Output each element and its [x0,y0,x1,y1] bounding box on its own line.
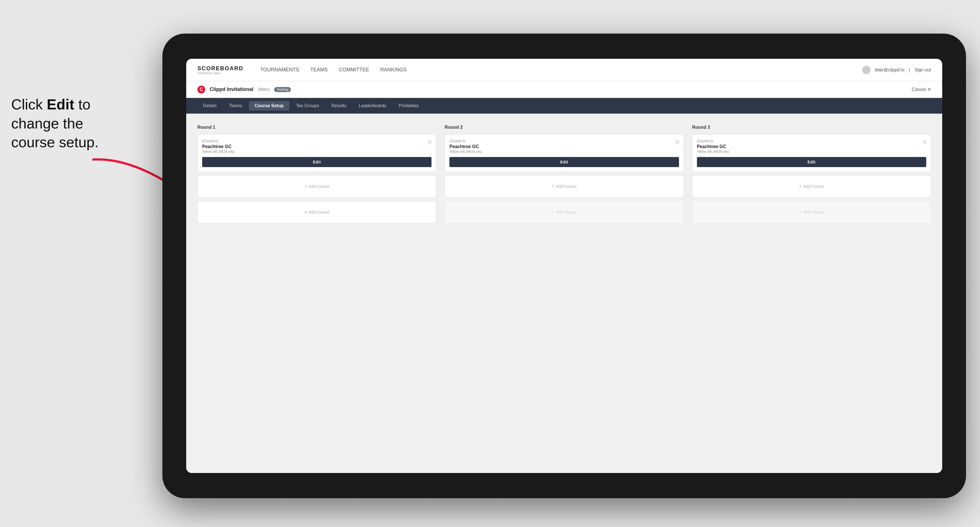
plus-icon-r2-2: + [552,210,554,215]
round-3-column: Round 3 (Course A) Peachtree GC Yellow (… [692,125,931,227]
add-course-r1-2-label: Add Course [309,210,329,214]
logo-area: SCOREBOARD Powered by clippd [197,65,243,75]
plus-icon-r1-2: + [304,210,307,215]
edit-round-3-button[interactable]: Edit [697,157,926,167]
nav-right: blair@clippd.io | Sign out [862,66,931,74]
plus-icon-r3-1: + [799,184,802,189]
tab-leaderboards[interactable]: Leaderboards [353,101,392,111]
logo-sub: Powered by clippd [197,71,243,75]
course-2-details: Yellow (M) (6629 yds) [449,150,482,154]
round-3-add-course-1[interactable]: + Add Course [692,175,931,198]
plus-icon-r1-1: + [304,184,307,189]
user-email: blair@clippd.io [875,67,904,73]
course-1-details: Yellow (M) (6629 yds) [202,150,235,154]
edit-round-1-button[interactable]: Edit [202,157,431,167]
tab-course-setup[interactable]: Course Setup [249,101,289,111]
round-1-title: Round 1 [197,125,436,130]
tab-printables[interactable]: Printables [393,101,424,111]
course-1-label: (Course A) [202,139,235,143]
round-1-add-course-1[interactable]: + Add Course [197,175,436,198]
hosting-badge: Hosting [274,87,291,92]
round-2-course-card: (Course A) Peachtree GC Yellow (M) (6629… [445,134,684,172]
course-3-label: (Course A) [697,139,729,143]
round-2-title: Round 2 [445,125,684,130]
sign-out-link[interactable]: Sign out [915,67,931,73]
round-2-add-course-1[interactable]: + Add Course [445,175,684,198]
round-2-add-course-2: + Add Course [445,201,684,223]
add-course-r3-1-label: Add Course [803,184,824,189]
add-course-r3-2-label: Add Course [803,210,824,214]
tablet-frame: SCOREBOARD Powered by clippd TOURNAMENTS… [162,33,966,498]
nav-committee[interactable]: COMMITTEE [339,66,369,74]
logo-scoreboard: SCOREBOARD [197,65,243,71]
round-3-add-course-2: + Add Course [692,201,931,223]
breadcrumb-area: C Clippd Invitational (Men) Hosting [197,86,291,94]
round-3-course-card: (Course A) Peachtree GC Yellow (M) (6629… [692,134,931,172]
sub-header: C Clippd Invitational (Men) Hosting Canc… [186,81,942,98]
rounds-grid: Round 1 (Course A) Peachtree GC Yellow (… [197,125,931,227]
tab-details[interactable]: Details [197,101,222,111]
round-2-column: Round 2 (Course A) Peachtree GC Yellow (… [445,125,684,227]
course-2-label: (Course A) [449,139,482,143]
nav-rankings[interactable]: RANKINGS [380,66,407,74]
plus-icon-r3-2: + [799,210,802,215]
navbar: SCOREBOARD Powered by clippd TOURNAMENTS… [186,59,942,81]
delete-course-2-icon[interactable]: ⊟ [675,139,679,144]
course-card-header: (Course A) Peachtree GC Yellow (M) (6629… [202,139,431,157]
course-3-details: Yellow (M) (6629 yds) [697,150,729,154]
tablet-screen: SCOREBOARD Powered by clippd TOURNAMENTS… [186,59,942,473]
plus-icon-r2-1: + [552,184,554,189]
course-card-header-3: (Course A) Peachtree GC Yellow (M) (6629… [697,139,926,157]
separator: | [909,67,910,73]
instruction-prefix: Click [11,96,47,113]
delete-course-1-icon[interactable]: ⊟ [428,139,431,144]
add-course-r1-1-label: Add Course [309,184,329,189]
delete-course-3-icon[interactable]: ⊟ [923,139,926,144]
cancel-label: Cancel [912,87,926,92]
nav-links: TOURNAMENTS TEAMS COMMITTEE RANKINGS [260,66,862,74]
nav-teams[interactable]: TEAMS [310,66,328,74]
course-3-name: Peachtree GC [697,144,729,149]
round-1-course-card: (Course A) Peachtree GC Yellow (M) (6629… [197,134,436,172]
round-3-title: Round 3 [692,125,931,130]
tournament-name: Clippd Invitational [210,86,253,92]
course-2-name: Peachtree GC [449,144,482,149]
edit-round-2-button[interactable]: Edit [449,157,679,167]
tabs-bar: Details Teams Course Setup Tee Groups Re… [186,98,942,114]
tab-results[interactable]: Results [326,101,352,111]
cancel-button[interactable]: Cancel ✕ [912,87,931,92]
add-course-r2-2-label: Add Course [556,210,577,214]
user-avatar [862,66,870,74]
course-card-header-2: (Course A) Peachtree GC Yellow (M) (6629… [449,139,679,157]
nav-tournaments[interactable]: TOURNAMENTS [260,66,299,74]
add-course-r2-1-label: Add Course [556,184,577,189]
tournament-gender: (Men) [258,87,270,92]
close-icon: ✕ [928,87,931,92]
instruction-text: Click Edit to change the course setup. [11,95,129,152]
tab-teams[interactable]: Teams [223,101,248,111]
course-1-name: Peachtree GC [202,144,235,149]
tab-tee-groups[interactable]: Tee Groups [290,101,325,111]
round-1-add-course-2[interactable]: + Add Course [197,201,436,223]
instruction-bold: Edit [47,96,74,113]
clippd-logo: C [197,86,205,94]
round-1-column: Round 1 (Course A) Peachtree GC Yellow (… [197,125,436,227]
main-content: Round 1 (Course A) Peachtree GC Yellow (… [186,114,942,473]
